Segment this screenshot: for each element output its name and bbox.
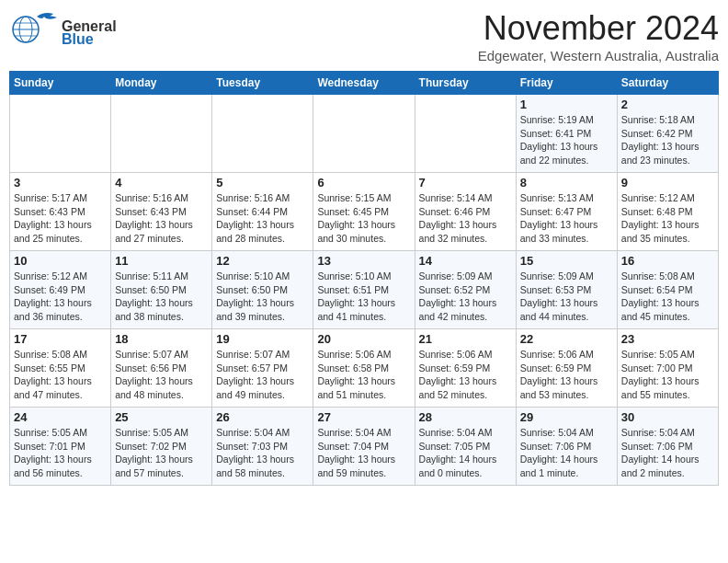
day-info: Sunrise: 5:10 AMSunset: 6:51 PMDaylight:…	[317, 270, 410, 324]
logo-blue: Blue	[62, 31, 117, 48]
day-info: Sunrise: 5:14 AMSunset: 6:46 PMDaylight:…	[419, 191, 512, 246]
calendar-cell: 25Sunrise: 5:05 AMSunset: 7:02 PMDayligh…	[111, 408, 212, 486]
calendar-cell: 10Sunrise: 5:12 AMSunset: 6:49 PMDayligh…	[10, 251, 111, 329]
weekday-header: Saturday	[617, 72, 718, 95]
page-subtitle: Edgewater, Western Australia, Australia	[478, 48, 719, 63]
day-number: 16	[621, 254, 714, 268]
day-number: 11	[115, 254, 208, 268]
day-info: Sunrise: 5:15 AMSunset: 6:45 PMDaylight:…	[317, 191, 410, 246]
calendar-cell	[111, 95, 212, 173]
calendar-cell: 29Sunrise: 5:04 AMSunset: 7:06 PMDayligh…	[516, 408, 617, 486]
day-info: Sunrise: 5:12 AMSunset: 6:49 PMDaylight:…	[14, 270, 107, 324]
day-info: Sunrise: 5:05 AMSunset: 7:01 PMDaylight:…	[14, 426, 107, 480]
calendar-cell: 3Sunrise: 5:17 AMSunset: 6:43 PMDaylight…	[10, 173, 111, 251]
day-number: 30	[621, 410, 714, 424]
day-number: 13	[317, 254, 410, 268]
calendar-cell: 28Sunrise: 5:04 AMSunset: 7:05 PMDayligh…	[415, 408, 516, 486]
calendar-cell: 6Sunrise: 5:15 AMSunset: 6:45 PMDaylight…	[313, 173, 415, 251]
calendar-cell	[10, 95, 111, 173]
day-number: 21	[419, 332, 512, 346]
calendar-cell: 12Sunrise: 5:10 AMSunset: 6:50 PMDayligh…	[212, 251, 313, 329]
day-info: Sunrise: 5:04 AMSunset: 7:04 PMDaylight:…	[317, 426, 410, 480]
calendar-cell: 8Sunrise: 5:13 AMSunset: 6:47 PMDaylight…	[516, 173, 617, 251]
weekday-header: Thursday	[415, 72, 516, 95]
calendar-cell: 15Sunrise: 5:09 AMSunset: 6:53 PMDayligh…	[516, 251, 617, 329]
day-number: 20	[317, 332, 410, 346]
day-number: 15	[520, 254, 613, 268]
calendar-week-row: 24Sunrise: 5:05 AMSunset: 7:01 PMDayligh…	[10, 408, 719, 486]
day-number: 4	[115, 176, 208, 190]
day-number: 12	[216, 254, 309, 268]
day-number: 26	[216, 410, 309, 424]
calendar-cell: 23Sunrise: 5:05 AMSunset: 7:00 PMDayligh…	[617, 329, 718, 408]
day-number: 29	[520, 410, 613, 424]
day-number: 5	[216, 176, 309, 190]
day-info: Sunrise: 5:06 AMSunset: 6:58 PMDaylight:…	[317, 348, 410, 402]
calendar-cell: 5Sunrise: 5:16 AMSunset: 6:44 PMDaylight…	[212, 173, 313, 251]
day-info: Sunrise: 5:17 AMSunset: 6:43 PMDaylight:…	[14, 191, 107, 246]
day-number: 14	[419, 254, 512, 268]
day-number: 1	[520, 98, 613, 111]
calendar-table: SundayMondayTuesdayWednesdayThursdayFrid…	[9, 71, 719, 486]
calendar-cell: 19Sunrise: 5:07 AMSunset: 6:57 PMDayligh…	[212, 329, 313, 408]
day-info: Sunrise: 5:18 AMSunset: 6:42 PMDaylight:…	[621, 113, 714, 167]
day-number: 6	[317, 176, 410, 190]
calendar-cell: 11Sunrise: 5:11 AMSunset: 6:50 PMDayligh…	[111, 251, 212, 329]
calendar-cell	[212, 95, 313, 173]
calendar-week-row: 10Sunrise: 5:12 AMSunset: 6:49 PMDayligh…	[10, 251, 719, 329]
calendar-cell: 4Sunrise: 5:16 AMSunset: 6:43 PMDaylight…	[111, 173, 212, 251]
day-info: Sunrise: 5:07 AMSunset: 6:57 PMDaylight:…	[216, 348, 309, 402]
day-number: 22	[520, 332, 613, 346]
calendar-week-row: 1Sunrise: 5:19 AMSunset: 6:41 PMDaylight…	[10, 95, 719, 173]
day-info: Sunrise: 5:08 AMSunset: 6:54 PMDaylight:…	[621, 270, 714, 324]
day-info: Sunrise: 5:13 AMSunset: 6:47 PMDaylight:…	[520, 191, 613, 246]
calendar-cell: 30Sunrise: 5:04 AMSunset: 7:06 PMDayligh…	[617, 408, 718, 486]
day-number: 28	[419, 410, 512, 424]
calendar-week-row: 17Sunrise: 5:08 AMSunset: 6:55 PMDayligh…	[10, 329, 719, 408]
day-info: Sunrise: 5:19 AMSunset: 6:41 PMDaylight:…	[520, 113, 613, 167]
day-info: Sunrise: 5:04 AMSunset: 7:06 PMDaylight:…	[520, 426, 613, 480]
day-info: Sunrise: 5:04 AMSunset: 7:06 PMDaylight:…	[621, 426, 714, 480]
weekday-header: Tuesday	[212, 72, 313, 95]
day-info: Sunrise: 5:16 AMSunset: 6:43 PMDaylight:…	[115, 191, 208, 246]
logo: General Blue	[9, 9, 117, 50]
day-info: Sunrise: 5:08 AMSunset: 6:55 PMDaylight:…	[14, 348, 107, 402]
calendar-cell: 18Sunrise: 5:07 AMSunset: 6:56 PMDayligh…	[111, 329, 212, 408]
day-number: 24	[14, 410, 107, 424]
calendar-cell: 13Sunrise: 5:10 AMSunset: 6:51 PMDayligh…	[313, 251, 415, 329]
calendar-cell: 24Sunrise: 5:05 AMSunset: 7:01 PMDayligh…	[10, 408, 111, 486]
calendar-cell: 9Sunrise: 5:12 AMSunset: 6:48 PMDaylight…	[617, 173, 718, 251]
calendar-cell	[415, 95, 516, 173]
day-info: Sunrise: 5:05 AMSunset: 7:02 PMDaylight:…	[115, 426, 208, 480]
day-number: 17	[14, 332, 107, 346]
calendar-cell: 2Sunrise: 5:18 AMSunset: 6:42 PMDaylight…	[617, 95, 718, 173]
calendar-week-row: 3Sunrise: 5:17 AMSunset: 6:43 PMDaylight…	[10, 173, 719, 251]
logo-icon	[9, 9, 64, 46]
day-number: 23	[621, 332, 714, 346]
calendar-cell	[313, 95, 415, 173]
day-number: 19	[216, 332, 309, 346]
day-number: 3	[14, 176, 107, 190]
calendar-cell: 7Sunrise: 5:14 AMSunset: 6:46 PMDaylight…	[415, 173, 516, 251]
weekday-header: Friday	[516, 72, 617, 95]
day-number: 9	[621, 176, 714, 190]
day-number: 27	[317, 410, 410, 424]
page-title: November 2024	[478, 9, 719, 48]
day-info: Sunrise: 5:05 AMSunset: 7:00 PMDaylight:…	[621, 348, 714, 402]
day-info: Sunrise: 5:10 AMSunset: 6:50 PMDaylight:…	[216, 270, 309, 324]
weekday-header: Sunday	[10, 72, 111, 95]
calendar-cell: 1Sunrise: 5:19 AMSunset: 6:41 PMDaylight…	[516, 95, 617, 173]
day-info: Sunrise: 5:06 AMSunset: 6:59 PMDaylight:…	[419, 348, 512, 402]
day-info: Sunrise: 5:12 AMSunset: 6:48 PMDaylight:…	[621, 191, 714, 246]
day-info: Sunrise: 5:16 AMSunset: 6:44 PMDaylight:…	[216, 191, 309, 246]
day-info: Sunrise: 5:11 AMSunset: 6:50 PMDaylight:…	[115, 270, 208, 324]
day-info: Sunrise: 5:06 AMSunset: 6:59 PMDaylight:…	[520, 348, 613, 402]
day-info: Sunrise: 5:04 AMSunset: 7:05 PMDaylight:…	[419, 426, 512, 480]
day-number: 25	[115, 410, 208, 424]
title-block: November 2024 Edgewater, Western Austral…	[478, 9, 719, 63]
weekday-header: Monday	[111, 72, 212, 95]
calendar-header-row: SundayMondayTuesdayWednesdayThursdayFrid…	[10, 72, 719, 95]
day-number: 8	[520, 176, 613, 190]
day-info: Sunrise: 5:07 AMSunset: 6:56 PMDaylight:…	[115, 348, 208, 402]
calendar-cell: 17Sunrise: 5:08 AMSunset: 6:55 PMDayligh…	[10, 329, 111, 408]
